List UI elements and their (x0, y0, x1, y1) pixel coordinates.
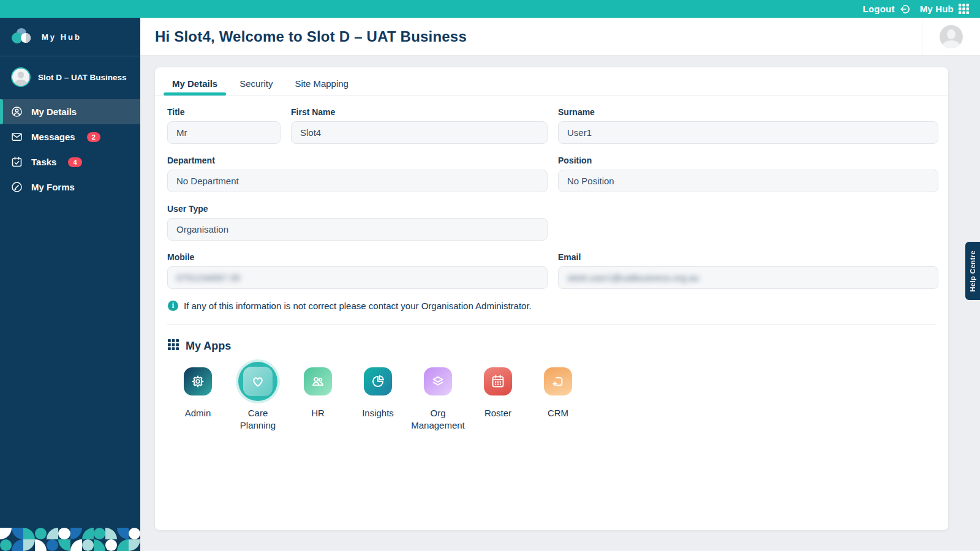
form-pen-icon (10, 181, 23, 193)
heart-icon (243, 367, 273, 396)
surname-label: Surname (558, 107, 938, 117)
app-insights[interactable]: Insights (348, 361, 408, 419)
user-type-field[interactable]: Organisation (167, 218, 548, 241)
page-header: Hi Slot4, Welcome to Slot D – UAT Busine… (140, 18, 980, 56)
tab-my-details[interactable]: My Details (172, 78, 217, 96)
brand-name: My Hub (42, 32, 81, 42)
sidebar: My Hub Slot D – UAT Business My Details (0, 18, 140, 551)
contact-add-icon (544, 367, 572, 395)
sidebar-menu: My Details Messages 2 Tasks 4 (0, 99, 140, 200)
layers-icon (424, 367, 452, 395)
position-label: Position (558, 156, 938, 165)
sidebar-item-label: My Forms (31, 182, 75, 192)
app-label: Admin (185, 407, 211, 419)
sidebar-item-my-forms[interactable]: My Forms (0, 174, 140, 200)
brand: My Hub (0, 18, 140, 56)
decorative-pattern (0, 528, 140, 551)
app-label: Org Management (410, 407, 466, 432)
first-name-label: First Name (291, 107, 548, 117)
mobile-label: Mobile (167, 252, 548, 262)
tasks-badge: 4 (68, 157, 81, 167)
app-care-planning[interactable]: Care Planning (228, 361, 288, 432)
first-name-field[interactable]: Slot4 (291, 121, 548, 144)
pie-chart-icon (364, 367, 392, 395)
sidebar-item-label: My Details (31, 107, 77, 117)
app-roster[interactable]: Roster (468, 361, 528, 419)
email-label: Email (558, 252, 938, 262)
messages-badge: 2 (87, 132, 100, 142)
sidebar-item-messages[interactable]: Messages 2 (0, 124, 140, 149)
tab-bar: My Details Security Site Mapping (155, 67, 948, 96)
sidebar-item-my-details[interactable]: My Details (0, 99, 140, 124)
calendar-check-icon (10, 156, 23, 168)
apps-grid-icon (959, 4, 969, 14)
cloud-logo-icon (11, 28, 33, 47)
info-note-text: If any of this information is not correc… (184, 301, 532, 311)
person-circle-icon (10, 105, 23, 118)
sidebar-profile[interactable]: Slot D – UAT Business (0, 56, 140, 96)
mobile-field[interactable]: 0751234567.35 (167, 266, 548, 289)
user-avatar (940, 25, 963, 48)
sidebar-item-tasks[interactable]: Tasks 4 (0, 149, 140, 174)
logout-label: Logout (863, 4, 895, 14)
profile-name: Slot D – UAT Business (38, 72, 127, 83)
title-field[interactable]: Mr (167, 121, 281, 144)
position-field[interactable]: No Position (558, 170, 938, 192)
app-label: HR (311, 407, 325, 419)
envelope-icon (10, 130, 23, 143)
logout-icon (900, 4, 911, 15)
help-centre-label: Help Centre (969, 250, 976, 292)
sidebar-item-label: Tasks (31, 157, 56, 167)
info-note: i If any of this information is not corr… (168, 301, 938, 311)
app-org-management[interactable]: Org Management (408, 361, 468, 432)
tab-site-mapping[interactable]: Site Mapping (295, 78, 349, 96)
calendar-icon (484, 367, 512, 395)
myhub-top-label: My Hub (920, 4, 954, 14)
tab-security[interactable]: Security (239, 78, 273, 96)
user-type-label: User Type (167, 204, 548, 214)
main-card: My Details Security Site Mapping Title M… (155, 67, 948, 530)
app-hover-ring (238, 362, 277, 401)
help-centre-tab[interactable]: Help Centre (965, 242, 980, 300)
app-label: Insights (362, 407, 394, 419)
people-icon (304, 367, 332, 395)
department-field[interactable]: No Department (167, 170, 548, 192)
grid-icon (168, 339, 179, 353)
gear-icon (184, 367, 212, 395)
app-label: Care Planning (230, 407, 286, 432)
app-label: CRM (548, 407, 568, 419)
my-apps-title: My Apps (186, 340, 231, 353)
app-hr[interactable]: HR (288, 361, 348, 419)
app-crm[interactable]: CRM (528, 361, 588, 419)
details-form: Title Mr First Name Slot4 Surname User1 … (155, 96, 948, 311)
department-label: Department (167, 156, 548, 165)
topbar: Logout My Hub (0, 0, 980, 18)
app-label: Roster (484, 407, 511, 419)
my-apps-header: My Apps (155, 325, 948, 361)
apps-row: Admin Care Planning (155, 361, 948, 432)
app-admin[interactable]: Admin (168, 361, 228, 419)
page-title: Hi Slot4, Welcome to Slot D – UAT Busine… (140, 28, 467, 45)
logout-button[interactable]: Logout (863, 4, 911, 15)
email-value-redacted: slot4.user1@uatbusiness.org.au (567, 272, 699, 283)
profile-avatar (11, 67, 31, 87)
info-icon: i (168, 301, 178, 311)
myhub-top-link[interactable]: My Hub (920, 4, 969, 14)
user-menu[interactable] (922, 18, 980, 56)
title-label: Title (167, 107, 281, 117)
surname-field[interactable]: User1 (558, 121, 938, 144)
email-field[interactable]: slot4.user1@uatbusiness.org.au (558, 266, 938, 289)
mobile-value-redacted: 0751234567.35 (176, 272, 240, 283)
sidebar-item-label: Messages (31, 132, 75, 142)
